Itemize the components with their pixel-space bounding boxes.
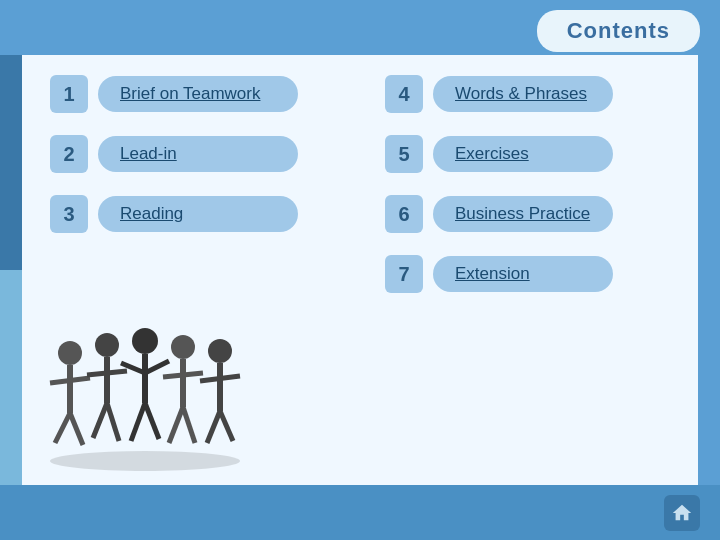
svg-point-0 xyxy=(58,341,82,365)
left-accent-top xyxy=(0,55,22,270)
num-3: 3 xyxy=(50,195,88,233)
svg-line-20 xyxy=(183,407,195,443)
svg-line-4 xyxy=(70,413,83,445)
home-icon xyxy=(671,502,693,524)
right-column: 4 Words & Phrases 5 Exercises 6 xyxy=(385,75,690,293)
left-accent xyxy=(0,55,22,485)
svg-line-2 xyxy=(50,378,90,383)
label-exercises[interactable]: Exercises xyxy=(433,136,613,172)
bottom-bar xyxy=(0,485,720,540)
content-grid: 1 Brief on Teamwork 2 Lead-in 3 xyxy=(50,75,690,293)
num-5: 5 xyxy=(385,135,423,173)
svg-line-18 xyxy=(163,373,203,377)
title-box: Contents xyxy=(537,10,700,52)
svg-line-14 xyxy=(131,403,145,441)
svg-line-8 xyxy=(93,403,107,438)
label-reading[interactable]: Reading xyxy=(98,196,298,232)
item-4: 4 Words & Phrases xyxy=(385,75,690,113)
item-3: 3 Reading xyxy=(50,195,355,233)
svg-line-25 xyxy=(220,411,233,441)
svg-line-9 xyxy=(107,403,119,441)
people-illustration xyxy=(45,303,245,478)
svg-point-21 xyxy=(208,339,232,363)
svg-line-13 xyxy=(145,361,169,373)
svg-line-19 xyxy=(169,407,183,443)
svg-line-3 xyxy=(55,413,70,443)
num-2: 2 xyxy=(50,135,88,173)
label-lead-in[interactable]: Lead-in xyxy=(98,136,298,172)
page-title: Contents xyxy=(567,18,670,43)
left-accent-bottom xyxy=(0,270,22,485)
two-columns: 1 Brief on Teamwork 2 Lead-in 3 xyxy=(50,75,690,293)
svg-line-23 xyxy=(200,376,240,381)
svg-line-7 xyxy=(87,371,127,375)
item-1: 1 Brief on Teamwork xyxy=(50,75,355,113)
item-6: 6 Business Practice xyxy=(385,195,690,233)
num-7: 7 xyxy=(385,255,423,293)
svg-line-24 xyxy=(207,411,220,443)
num-6: 6 xyxy=(385,195,423,233)
item-5: 5 Exercises xyxy=(385,135,690,173)
item-7: 7 Extension xyxy=(385,255,690,293)
left-column: 1 Brief on Teamwork 2 Lead-in 3 xyxy=(50,75,355,233)
home-button[interactable] xyxy=(664,495,700,531)
svg-point-10 xyxy=(132,328,158,354)
svg-point-5 xyxy=(95,333,119,357)
label-extension[interactable]: Extension xyxy=(433,256,613,292)
label-words-phrases[interactable]: Words & Phrases xyxy=(433,76,613,112)
svg-line-15 xyxy=(145,403,159,439)
label-business-practice[interactable]: Business Practice xyxy=(433,196,613,232)
num-1: 1 xyxy=(50,75,88,113)
svg-point-16 xyxy=(171,335,195,359)
label-brief-teamwork[interactable]: Brief on Teamwork xyxy=(98,76,298,112)
top-bar: Contents xyxy=(0,0,720,55)
num-4: 4 xyxy=(385,75,423,113)
svg-point-26 xyxy=(50,451,240,471)
item-2: 2 Lead-in xyxy=(50,135,355,173)
